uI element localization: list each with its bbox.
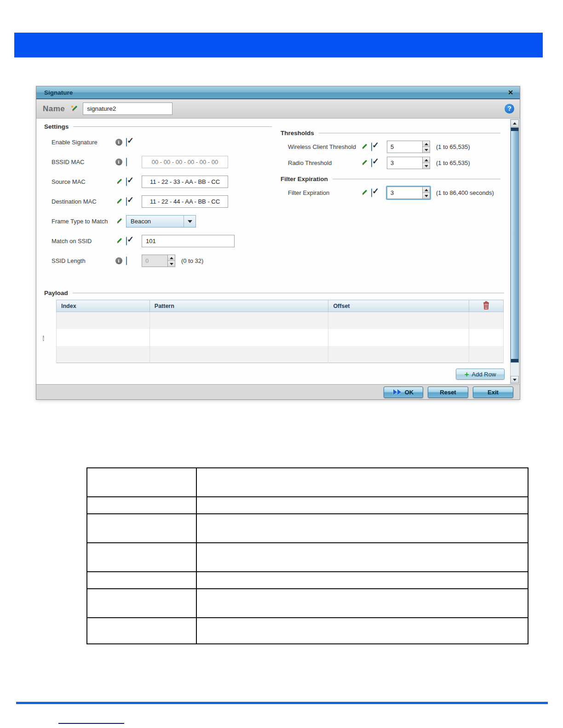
filter-expiration-label: Filter Expiration	[288, 189, 359, 196]
spin-up-button[interactable]	[423, 157, 430, 163]
table-row	[87, 497, 528, 514]
close-icon[interactable]: ✕	[506, 89, 515, 96]
frame-type-select[interactable]: Beacon	[126, 215, 196, 228]
help-icon[interactable]: ?	[505, 104, 514, 114]
bssid-mac-row: BSSID MAC i	[52, 156, 272, 168]
arrow-down-icon	[425, 165, 428, 167]
spin-up-button[interactable]	[168, 255, 175, 261]
arrow-down-icon	[170, 263, 173, 265]
match-ssid-row: Match on SSID ✓	[52, 235, 272, 247]
frame-type-row: Frame Type to Match Beacon	[52, 215, 272, 228]
source-mac-label: Source MAC	[52, 178, 114, 185]
filter-expiration-checkbox[interactable]: ✓	[371, 188, 372, 197]
filter-expiration-input[interactable]	[387, 187, 422, 199]
payload-row	[57, 329, 504, 346]
plus-icon: +	[465, 370, 469, 378]
filter-expiration-row: Filter Expiration ✓ (1 to 86,400 seconds…	[288, 187, 500, 199]
info-icon: i	[115, 139, 122, 146]
scrollbar-thumb[interactable]	[511, 127, 519, 363]
bssid-mac-checkbox[interactable]	[126, 158, 127, 166]
name-row: Name ?	[36, 99, 520, 119]
reset-button[interactable]: Reset	[428, 387, 468, 398]
spin-down-button[interactable]	[423, 163, 430, 169]
enable-signature-row: Enable Signature i ✓	[52, 136, 272, 148]
footer-link-underline	[58, 723, 124, 724]
radio-threshold-input[interactable]	[387, 157, 422, 169]
filter-expiration-heading: Filter Expiration	[281, 175, 500, 183]
spin-down-button[interactable]	[168, 261, 175, 267]
name-label: Name	[43, 104, 65, 114]
arrow-up-icon	[425, 189, 428, 191]
dialog-footer: OK Reset Exit	[36, 384, 520, 399]
spin-up-button[interactable]	[423, 141, 430, 147]
enable-signature-label: Enable Signature	[52, 139, 114, 146]
radio-threshold-checkbox[interactable]: ✓	[371, 159, 372, 167]
payload-table: Index Pattern Offset	[56, 300, 504, 363]
check-icon: ✓	[372, 186, 379, 196]
bssid-mac-input[interactable]	[142, 156, 228, 168]
ssid-length-input[interactable]	[142, 255, 167, 267]
edit-pencil-icon	[114, 178, 123, 185]
ok-arrows-icon	[393, 389, 402, 395]
spin-down-button[interactable]	[423, 147, 430, 153]
ok-label: OK	[405, 389, 414, 396]
payload-row	[57, 312, 504, 329]
enable-signature-checkbox[interactable]: ✓	[126, 138, 127, 147]
ssid-length-range: (0 to 32)	[181, 257, 203, 264]
ssid-length-checkbox[interactable]	[126, 256, 127, 265]
wireless-client-threshold-range: (1 to 65,535)	[436, 143, 470, 150]
name-input[interactable]	[83, 102, 172, 115]
settings-heading: Settings	[44, 122, 272, 131]
match-ssid-input[interactable]	[142, 235, 235, 247]
ssid-length-spinner	[142, 255, 175, 267]
source-mac-row: Source MAC ✓	[52, 176, 272, 188]
match-ssid-checkbox[interactable]: ✓	[126, 237, 127, 245]
dialog-content: Settings Enable Signature i ✓ BSSID MAC …	[36, 119, 520, 384]
check-icon: ✓	[127, 175, 134, 185]
spin-up-button[interactable]	[423, 187, 430, 193]
dialog-title: Signature	[44, 89, 506, 96]
table-row	[87, 514, 528, 543]
arrow-down-icon	[425, 149, 428, 151]
exit-button[interactable]: Exit	[473, 387, 513, 398]
arrow-up-icon	[513, 122, 517, 125]
trash-icon[interactable]	[483, 301, 490, 310]
info-icon: i	[115, 257, 122, 264]
thresholds-heading: Thresholds	[281, 129, 500, 137]
vertical-scrollbar[interactable]	[510, 119, 519, 384]
dropdown-arrow-button[interactable]	[184, 216, 195, 227]
source-mac-input[interactable]	[142, 176, 228, 188]
bssid-mac-label: BSSID MAC	[52, 159, 114, 165]
spin-down-button[interactable]	[423, 193, 430, 199]
scroll-up-button[interactable]	[511, 119, 519, 127]
chevron-down-icon	[188, 220, 192, 223]
payload-header-row: Index Pattern Offset	[57, 300, 504, 312]
match-ssid-label: Match on SSID	[52, 238, 114, 245]
edit-pencil-icon	[359, 143, 368, 150]
wireless-client-threshold-input[interactable]	[387, 141, 422, 153]
destination-mac-checkbox[interactable]: ✓	[126, 197, 127, 206]
destination-mac-row: Destination MAC ✓	[52, 195, 272, 208]
info-icon: i	[115, 159, 122, 165]
table-row	[87, 572, 528, 589]
table-row	[87, 468, 528, 497]
payload-col-index: Index	[57, 300, 150, 312]
reset-label: Reset	[440, 389, 456, 396]
ok-button[interactable]: OK	[384, 387, 423, 398]
payload-section: Payload i Index Pattern Offset	[44, 289, 504, 297]
source-mac-checkbox[interactable]: ✓	[126, 177, 127, 186]
scroll-down-button[interactable]	[511, 376, 519, 383]
wireless-client-threshold-row: Wireless Client Threshold ✓ (1 to 65,535…	[288, 141, 500, 153]
wireless-client-threshold-checkbox[interactable]: ✓	[371, 142, 372, 151]
add-row-button[interactable]: + Add Row	[456, 369, 505, 380]
arrow-up-icon	[425, 143, 428, 145]
add-row-label: Add Row	[472, 371, 496, 378]
payload-col-pattern: Pattern	[149, 300, 328, 312]
arrow-down-icon	[425, 195, 428, 197]
ssid-length-label: SSID Length	[52, 257, 114, 264]
thresholds-section: Thresholds Wireless Client Threshold ✓	[281, 129, 500, 173]
settings-section: Settings Enable Signature i ✓ BSSID MAC …	[44, 122, 272, 274]
frame-type-label: Frame Type to Match	[52, 218, 114, 225]
destination-mac-input[interactable]	[142, 195, 228, 208]
filter-expiration-spinner	[387, 187, 430, 199]
